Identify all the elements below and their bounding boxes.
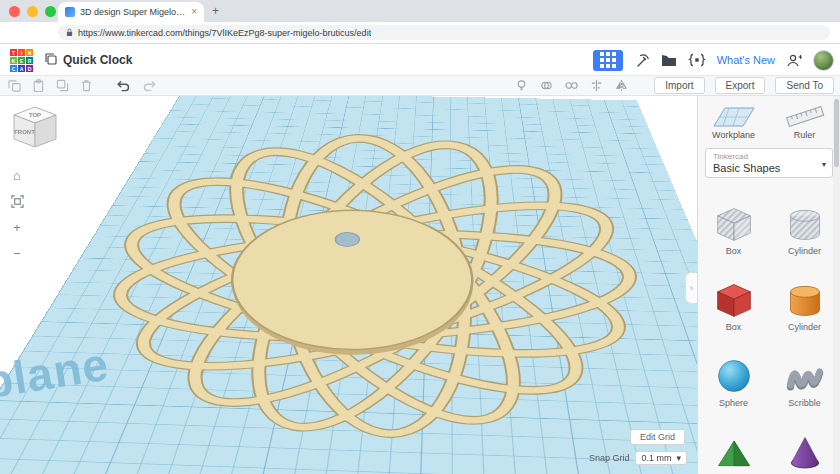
show-all-icon[interactable] <box>515 79 528 92</box>
url-input[interactable]: https://www.tinkercad.com/things/7VlIKeE… <box>58 25 830 40</box>
sphere-icon <box>714 357 754 395</box>
fullscreen-window-button[interactable] <box>45 6 56 17</box>
shape-label: Cylinder <box>788 322 821 332</box>
workplane-tool[interactable]: Workplane <box>703 102 765 140</box>
url-text: https://www.tinkercad.com/things/7VlIKeE… <box>78 28 371 38</box>
tinkercad-favicon <box>65 7 75 17</box>
secure-lock-icon <box>66 28 73 37</box>
new-tab-button[interactable]: + <box>212 4 219 18</box>
view-cube-top-label[interactable]: TOP <box>29 112 41 118</box>
shape-scribble[interactable]: Scribble <box>769 336 840 412</box>
shape-cylinder-transparent[interactable]: Cylinder <box>769 184 840 260</box>
delete-icon[interactable] <box>80 79 93 92</box>
close-window-button[interactable] <box>9 6 20 17</box>
viewport-3d[interactable]: TOP FRONT ⌂ + − plane Edit Grid Snap Gri… <box>0 96 697 474</box>
browser-tab-strip: 3D design Super Migelo-Brutic… × + <box>0 0 840 22</box>
zoom-in-button[interactable]: + <box>8 218 26 236</box>
import-button[interactable]: Import <box>654 77 704 94</box>
shape-label: Sphere <box>719 398 748 408</box>
export-button[interactable]: Export <box>715 77 766 94</box>
logo-cell: R <box>26 57 33 64</box>
send-to-button[interactable]: Send To <box>775 77 834 94</box>
shape-box-red[interactable]: Box <box>698 260 769 336</box>
panel-scrollbar[interactable] <box>833 96 840 474</box>
shape-label: Scribble <box>788 398 821 408</box>
snap-grid-value: 0.1 mm <box>641 453 671 463</box>
shape-label: Cylinder <box>788 246 821 256</box>
design-pages-icon <box>44 52 58 66</box>
caret-down-icon: ▾ <box>822 160 826 169</box>
duplicate-icon[interactable] <box>56 79 69 92</box>
copy-icon[interactable] <box>8 79 21 92</box>
logo-cell: E <box>18 57 25 64</box>
add-person-icon[interactable] <box>786 53 802 68</box>
tinkercad-logo[interactable]: T I N K E R C A D <box>10 49 33 72</box>
shape-label: Box <box>726 322 742 332</box>
fit-view-button[interactable] <box>8 192 26 210</box>
chevron-right-icon: › <box>690 283 693 293</box>
logo-cell: I <box>18 49 25 56</box>
shape-label: Box <box>726 246 742 256</box>
window-controls <box>9 6 56 17</box>
logo-cell: D <box>26 65 33 72</box>
group-icon[interactable] <box>540 79 553 92</box>
projects-folder-icon[interactable] <box>661 53 677 67</box>
close-tab-icon[interactable]: × <box>191 7 197 17</box>
logo-cell: A <box>18 65 25 72</box>
snap-grid-select[interactable]: 0.1 mm ▾ <box>635 451 687 465</box>
pickaxe-icon[interactable] <box>634 52 650 68</box>
app-header: T I N K E R C A D Quick Clock <box>0 44 840 76</box>
shape-cone[interactable]: Cone <box>769 412 840 474</box>
view-cube[interactable]: TOP FRONT <box>6 102 64 160</box>
design-title[interactable]: Quick Clock <box>63 53 132 67</box>
logo-cell: N <box>26 49 33 56</box>
browser-tab[interactable]: 3D design Super Migelo-Brutic… × <box>58 2 204 22</box>
shape-sphere[interactable]: Sphere <box>698 336 769 412</box>
shape-roof[interactable]: Roof <box>698 412 769 474</box>
caret-down-icon: ▾ <box>676 453 681 463</box>
shape-cylinder-orange[interactable]: Cylinder <box>769 260 840 336</box>
shape-grid: Box Cylinder Box Cylinder <box>698 184 840 474</box>
cylinder-orange-icon <box>785 281 825 319</box>
edit-grid-button[interactable]: Edit Grid <box>630 429 685 445</box>
scrollbar-thumb[interactable] <box>834 99 839 167</box>
clock-center-hole <box>335 232 361 247</box>
logo-cell: C <box>10 65 17 72</box>
box-transparent-icon <box>714 205 754 243</box>
view-cube-front-label[interactable]: FRONT <box>14 129 35 135</box>
collapse-panel-handle[interactable]: › <box>685 272 697 304</box>
box-red-icon <box>714 281 754 319</box>
shape-category-dropdown[interactable]: Tinkercad Basic Shapes ▾ <box>705 148 833 178</box>
snap-grid-label: Snap Grid <box>589 453 630 463</box>
tab-title: 3D design Super Migelo-Brutic… <box>80 7 186 17</box>
shapes-grid-button[interactable] <box>593 50 623 71</box>
whats-new-link[interactable]: What's New <box>717 54 775 66</box>
home-view-button[interactable]: ⌂ <box>8 166 26 184</box>
zoom-out-button[interactable]: − <box>8 244 26 262</box>
edit-toolbar: Import Export Send To <box>0 76 840 96</box>
shape-box-transparent[interactable]: Box <box>698 184 769 260</box>
redo-icon[interactable] <box>142 79 157 92</box>
align-icon[interactable] <box>590 79 603 92</box>
paste-icon[interactable] <box>32 79 45 92</box>
undo-icon[interactable] <box>116 79 131 92</box>
ruler-tool[interactable]: Ruler <box>774 102 836 140</box>
mirror-icon[interactable] <box>615 79 628 92</box>
logo-cell: K <box>10 57 17 64</box>
logo-cell: T <box>10 49 17 56</box>
codeblocks-icon[interactable] <box>688 53 706 67</box>
category-source: Tinkercad <box>713 152 816 161</box>
shapes-panel: Workplane Ruler Tinkercad Basic Shapes ▾… <box>697 96 840 474</box>
workplane-icon <box>712 102 756 128</box>
address-bar: https://www.tinkercad.com/things/7VlIKeE… <box>0 22 840 44</box>
clock-model[interactable] <box>40 116 660 474</box>
ruler-icon <box>783 102 827 128</box>
workplane-label: Workplane <box>703 130 765 140</box>
ruler-label: Ruler <box>774 130 836 140</box>
minimize-window-button[interactable] <box>27 6 38 17</box>
ungroup-icon[interactable] <box>565 79 578 92</box>
user-avatar[interactable] <box>813 50 834 71</box>
scribble-icon <box>785 357 825 395</box>
roof-icon <box>714 433 754 471</box>
cylinder-transparent-icon <box>785 205 825 243</box>
